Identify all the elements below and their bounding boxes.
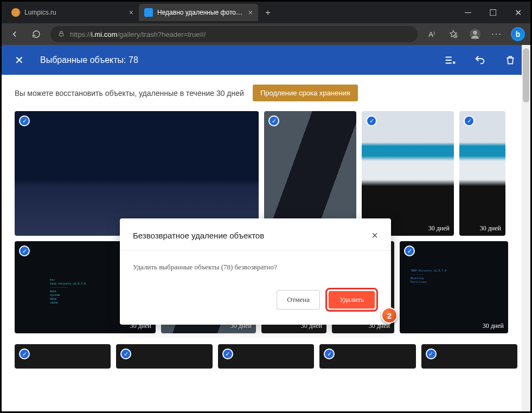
checkmark-icon[interactable]: ✓ bbox=[19, 246, 30, 256]
notice-text: Вы можете восстановить объекты, удаленны… bbox=[15, 89, 244, 98]
delete-icon[interactable] bbox=[503, 53, 517, 67]
url-text: https://i.mi.com/gallery/trash?header=tr… bbox=[70, 30, 410, 38]
confirm-delete-dialog: Безвозвратное удаление объектов × Удалит… bbox=[120, 218, 391, 325]
checkmark-icon[interactable]: ✓ bbox=[404, 246, 415, 256]
checkmark-icon[interactable]: ✓ bbox=[464, 115, 475, 126]
remove-from-list-icon[interactable] bbox=[443, 53, 457, 67]
checkmark-icon[interactable]: ✓ bbox=[19, 349, 30, 359]
photo-thumb[interactable]: ✓ bbox=[218, 344, 314, 369]
days-remaining: 30 дней bbox=[428, 224, 450, 233]
clear-selection-button[interactable]: ✕ bbox=[15, 54, 24, 67]
photo-thumb[interactable]: ✓ bbox=[319, 344, 415, 369]
menu-icon[interactable]: ··· bbox=[489, 27, 504, 42]
favicon-icon bbox=[11, 8, 20, 17]
photo-thumb[interactable]: ✓ bbox=[15, 111, 259, 236]
new-tab-button[interactable]: ＋ bbox=[260, 5, 275, 20]
checkmark-icon[interactable]: ✓ bbox=[268, 115, 279, 126]
checkmark-icon[interactable]: ✓ bbox=[19, 115, 30, 126]
close-icon[interactable]: × bbox=[248, 8, 253, 17]
tab-lumpics[interactable]: Lumpics.ru × bbox=[6, 4, 139, 21]
minimize-icon[interactable]: ─ bbox=[456, 2, 480, 23]
browser-title-bar: Lumpics.ru × Недавно удаленные фото и ви… bbox=[2, 2, 530, 23]
close-icon[interactable]: × bbox=[371, 229, 378, 242]
scroll-thumb[interactable] bbox=[523, 48, 529, 102]
photo-thumb[interactable]: ✓ TWRP Recovery v2.8.7.0--------Mounting… bbox=[400, 241, 508, 333]
step-callout: 2 bbox=[381, 307, 398, 324]
svg-rect-0 bbox=[60, 33, 63, 36]
restore-icon[interactable] bbox=[473, 53, 487, 67]
photo-thumb[interactable]: ✓ bbox=[15, 344, 111, 369]
favicon-icon bbox=[144, 8, 153, 17]
checkmark-icon[interactable]: ✓ bbox=[324, 349, 335, 359]
photo-thumb[interactable]: ✓ bbox=[264, 111, 356, 236]
svg-point-3 bbox=[473, 31, 477, 35]
scrollbar[interactable] bbox=[522, 45, 530, 411]
selection-bar: ✕ Выбранные объекты: 78 bbox=[2, 45, 530, 75]
url-box[interactable]: https://i.mi.com/gallery/trash?header=tr… bbox=[50, 26, 418, 42]
tab-mi-gallery[interactable]: Недавно удаленные фото и вид × bbox=[139, 4, 258, 21]
close-icon[interactable]: × bbox=[129, 8, 133, 17]
tab-label: Lumpics.ru bbox=[24, 9, 125, 16]
delete-button-highlight: Удалить bbox=[325, 288, 378, 312]
address-bar: https://i.mi.com/gallery/trash?header=tr… bbox=[2, 23, 530, 45]
cancel-button[interactable]: Отмена bbox=[277, 290, 320, 309]
extend-storage-button[interactable]: Продление срока хранения bbox=[253, 85, 358, 101]
back-button[interactable] bbox=[7, 27, 22, 42]
selection-count: Выбранные объекты: 78 bbox=[40, 55, 138, 65]
tab-label: Недавно удаленные фото и вид bbox=[157, 9, 244, 16]
read-aloud-icon[interactable]: A⁾ bbox=[424, 27, 439, 42]
close-window-icon[interactable]: ✕ bbox=[505, 2, 530, 23]
checkmark-icon[interactable]: ✓ bbox=[120, 349, 131, 359]
photo-thumb[interactable]: ✓ bbox=[421, 344, 517, 369]
bing-icon[interactable]: b bbox=[511, 27, 525, 41]
photo-thumb[interactable]: ✓ 30 дней bbox=[362, 111, 454, 236]
photo-thumb[interactable]: ✓ bbox=[116, 344, 212, 369]
restore-notice: Вы можете восстановить объекты, удаленны… bbox=[2, 75, 530, 111]
lock-icon bbox=[58, 30, 65, 38]
days-remaining: 30 дней bbox=[480, 224, 501, 233]
maximize-icon[interactable]: ☐ bbox=[480, 2, 505, 23]
modal-message: Удалить выбранные объекты (78) безвозвра… bbox=[120, 251, 391, 283]
checkmark-icon[interactable]: ✓ bbox=[426, 349, 437, 359]
profile-icon[interactable] bbox=[467, 27, 483, 42]
checkmark-icon[interactable]: ✓ bbox=[366, 115, 377, 126]
modal-title: Безвозвратное удаление объектов bbox=[133, 231, 264, 240]
checkmark-icon[interactable]: ✓ bbox=[222, 349, 233, 359]
days-remaining: 30 дней bbox=[483, 322, 504, 330]
favorites-icon[interactable] bbox=[446, 27, 461, 42]
photo-thumb[interactable]: ✓ 30 дней bbox=[459, 111, 505, 236]
delete-button[interactable]: Удалить bbox=[329, 291, 375, 308]
refresh-button[interactable] bbox=[29, 27, 44, 42]
